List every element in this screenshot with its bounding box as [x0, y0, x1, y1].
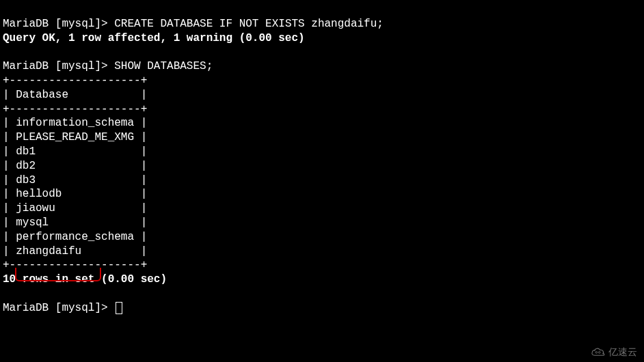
prompt-line-2: MariaDB [mysql]> SHOW DATABASES; [3, 60, 213, 72]
cursor-icon [116, 302, 122, 314]
watermark-text: 亿速云 [608, 346, 637, 358]
table-row: | performance_schema | [3, 231, 147, 243]
svg-point-0 [595, 351, 598, 353]
prompt-line-1: MariaDB [mysql]> CREATE DATABASE IF NOT … [3, 18, 384, 30]
prompt-line-3[interactable]: MariaDB [mysql]> [3, 302, 122, 314]
watermark: 亿速云 [591, 346, 637, 358]
result-summary: 10 rows in set (0.00 sec) [3, 273, 167, 286]
table-row: | PLEASE_READ_ME_XMG | [3, 131, 147, 143]
table-border-top: +--------------------+ [3, 74, 147, 87]
table-border-mid: +--------------------+ [3, 103, 147, 115]
table-row: | db2 | [3, 160, 147, 172]
table-row: | jiaowu | [3, 202, 147, 214]
table-header: | Database | [3, 89, 147, 101]
table-row: | zhangdaifu | [3, 245, 147, 257]
table-row: | hellodb | [3, 188, 147, 200]
table-row: | db1 | [3, 145, 147, 158]
table-row: | information_schema | [3, 117, 147, 129]
table-row: | mysql | [3, 217, 147, 229]
terminal-output: MariaDB [mysql]> CREATE DATABASE IF NOT … [3, 3, 641, 316]
table-row: | db3 | [3, 174, 147, 186]
cloud-icon [591, 347, 606, 357]
query-result-1: Query OK, 1 row affected, 1 warning (0.0… [3, 32, 305, 44]
table-border-bot: +--------------------+ [3, 259, 147, 271]
svg-point-1 [598, 351, 600, 353]
